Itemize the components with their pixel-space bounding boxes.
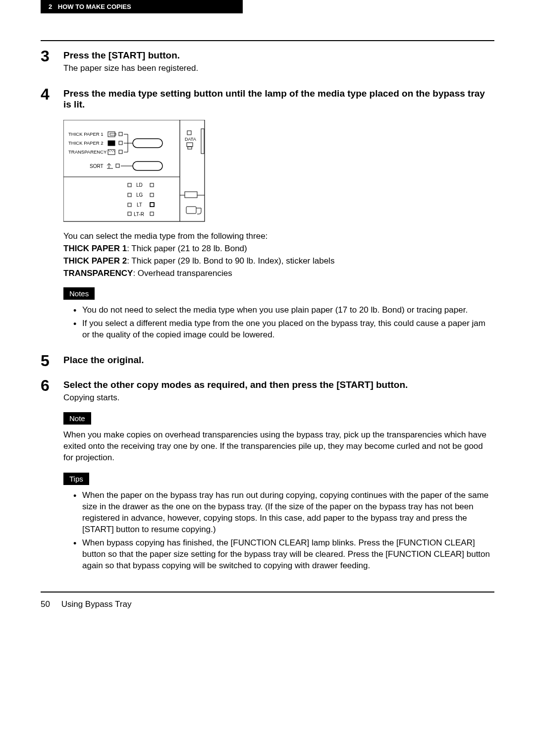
svg-rect-6	[108, 141, 115, 146]
tips-label: Tips	[63, 473, 89, 485]
svg-rect-18	[133, 139, 162, 148]
diagram-label-sort: SORT	[90, 163, 104, 169]
svg-rect-21	[133, 162, 162, 170]
tip-item: When bypass copying has finished, the [F…	[73, 538, 494, 572]
step-title: Select the other copy modes as required,…	[63, 379, 494, 390]
step-body: Copying starts.	[63, 392, 494, 404]
top-rule	[41, 40, 494, 41]
diagram-label-tp2: THICK PAPER 2	[68, 140, 104, 146]
page-footer: 50 Using Bypass Tray	[0, 593, 535, 624]
chapter-number: 2	[49, 3, 52, 10]
diagram-label-data: DATA	[185, 137, 196, 142]
diagram-label-transparency: TRANSPARENCY	[68, 149, 107, 155]
step-title: Place the original.	[63, 355, 494, 366]
control-panel-diagram: THICK PAPER 1 THICK PAPER 2 TRANSPARENCY	[63, 120, 207, 224]
step-6: 6 Select the other copy modes as require…	[41, 379, 494, 572]
note-item: You do not need to select the media type…	[73, 305, 494, 316]
note-text: When you make copies on overhead transpa…	[63, 430, 494, 464]
step-number: 5	[41, 352, 50, 370]
diagram-label-lg: LG	[136, 192, 143, 198]
section-title: Using Bypass Tray	[61, 599, 132, 609]
note-item: If you select a different media type fro…	[73, 318, 494, 341]
diagram-label-lt: LT	[137, 202, 142, 208]
diagram-label-tp1: THICK PAPER 1	[68, 131, 104, 137]
step-number: 6	[41, 377, 50, 395]
step-5: 5 Place the original.	[41, 355, 494, 366]
step-title: Press the [START] button.	[63, 50, 494, 61]
step-3: 3 Press the [START] button. The paper si…	[41, 50, 494, 74]
chapter-title: HOW TO MAKE COPIES	[58, 3, 131, 10]
step-number: 3	[41, 47, 50, 65]
media-type-def1: THICK PAPER 1: Thick paper (21 to 28 lb.…	[63, 243, 494, 255]
step-4: 4 Press the media type setting button un…	[41, 88, 494, 341]
step-number: 4	[41, 85, 50, 104]
notes-label: Notes	[63, 287, 95, 300]
header-bar: 2 HOW TO MAKE COPIES	[41, 0, 243, 13]
step-title: Press the media type setting button unti…	[63, 88, 494, 110]
media-type-intro: You can select the media type from the f…	[63, 231, 494, 242]
step-body: The paper size has been registered.	[63, 63, 494, 74]
diagram-label-ld: LD	[136, 182, 143, 188]
media-type-def3: TRANSPARENCY: Overhead transparencies	[63, 268, 494, 279]
note-label: Note	[63, 412, 91, 425]
media-type-def2: THICK PAPER 2: Thick paper (29 lb. Bond …	[63, 256, 494, 267]
diagram-label-ltr: LT-R	[134, 212, 144, 217]
tip-item: When the paper on the bypass tray has ru…	[73, 490, 494, 536]
page-number: 50	[41, 599, 50, 609]
